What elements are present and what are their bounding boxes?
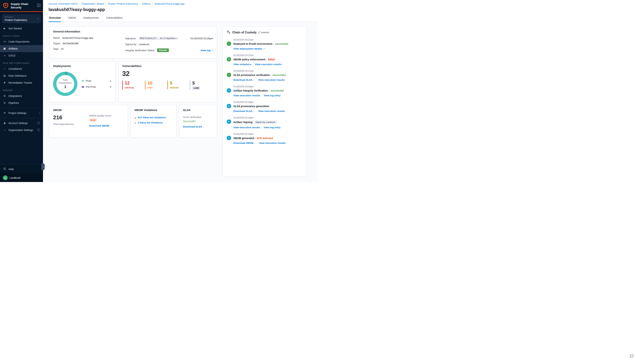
- breadcrumb-current[interactable]: lavakush07/easy-buggy-app: [154, 2, 184, 5]
- app-logo shield-icon: [3, 2, 9, 9]
- code-icon: </>: [3, 40, 6, 43]
- tab-deployments[interactable]: Deployments: [83, 14, 99, 22]
- event-timestamp: 01/16/2025 03:26pm: [233, 101, 285, 104]
- download-sbom-label: Download SBOM: [89, 124, 109, 127]
- download-slsa-link[interactable]: Download SLSA ↓: [233, 110, 255, 112]
- deny-list-violations-link[interactable]: 2 Deny list Violations: [138, 121, 163, 124]
- event-title: Artifact Integrity Verification -: [233, 89, 269, 92]
- sidebar-item-artifacts[interactable]: ▦ Artifacts: [0, 45, 43, 52]
- view-execution-results-link[interactable]: View execution results: [259, 142, 286, 144]
- event-status: successful: [271, 89, 284, 92]
- sidebar-item-pipelines[interactable]: ≣ Pipelines: [0, 100, 43, 106]
- download-slsa-link[interactable]: Download SLSA ↓: [233, 78, 255, 81]
- project-selector-text: PROJECT Product Exploratory: [5, 16, 37, 22]
- page-title: lavakush07/easy-buggy-app: [49, 7, 312, 12]
- sidebar-item-remediation-tracker[interactable]: ✚ Remediation Tracker: [0, 79, 43, 86]
- app-switcher-icon[interactable]: [37, 2, 40, 7]
- chain-of-custody-card: Chain of Custody (7 events) → 01/16/2025…: [223, 26, 307, 177]
- view-execution-results-link[interactable]: View execution results: [258, 110, 285, 112]
- sidebar-item-account-settings[interactable]: ◉ Account Settings i: [0, 120, 43, 126]
- view-execution-results-link[interactable]: View execution results: [233, 94, 260, 97]
- sidebar-item-rule-definitions[interactable]: ▤ Rule Definitions: [0, 72, 43, 79]
- custody-event-artifact-signing: ✎ 01/16/2025 03:26pm Artifact Signing Si…: [227, 116, 303, 129]
- sidebar-item-label: Pipelines: [9, 102, 19, 104]
- sidebar-item-code-repositories[interactable]: </> Code Repositories: [0, 38, 43, 45]
- user-menu[interactable]: L Lavakush: [0, 174, 43, 182]
- digest-label: Digest:: [53, 42, 61, 45]
- high-label: HIGH: [147, 86, 157, 89]
- signed-by-label: Signed by:: [125, 43, 137, 46]
- view-log-link[interactable]: View log ↗: [200, 49, 213, 52]
- sidebar-item-compliance[interactable]: ✓ Compliance: [0, 65, 43, 72]
- severity-critical: 12 CRITICAL: [122, 80, 135, 90]
- slsa-verification-label: SLSA Verification: [183, 116, 213, 118]
- view-execution-results-link[interactable]: View execution results: [255, 63, 282, 66]
- view-violations-link[interactable]: View violations: [233, 63, 251, 66]
- deployments-card: Deployments Total Deployments 1: [49, 61, 116, 102]
- external-link-icon: ↗: [263, 48, 265, 50]
- integrity-verify-step-icon: ⊙: [227, 88, 231, 93]
- sidebar-collapse-handle[interactable]: ‹: [41, 163, 45, 170]
- signing-step-icon: ✎: [227, 120, 231, 124]
- sidebar-item-project-settings[interactable]: ⚙ Project Settings ›: [0, 110, 43, 116]
- custody-event-sbom-policy: ≡ 01/16/2025 03:27pm SBOM policy enforce…: [227, 54, 303, 66]
- chevron-right-icon: ›: [152, 2, 153, 5]
- sidebar-section-supply-chain: SUPPLY CHAIN: [0, 32, 43, 38]
- signature-value: MEQCICde2VjIT...bL+2+mqnOXw==: [138, 36, 178, 40]
- general-information-card: General Information Name: lavakush07/eas…: [49, 26, 217, 58]
- project-selector[interactable]: PROJECT Product Exploratory ›: [2, 14, 41, 23]
- sidebar-item-integrations[interactable]: ⊞ Integrations: [0, 92, 43, 100]
- allow-list-violations-link[interactable]: 637 Allow list Violations: [138, 116, 166, 119]
- chevron-right-icon: ›: [79, 2, 80, 5]
- sidebar-nav: ▶ Get Started SUPPLY CHAIN </> Code Repo…: [0, 24, 43, 164]
- link-label: Download SBOM: [233, 142, 253, 144]
- sbom-total: 216: [53, 114, 89, 120]
- critical-label: CRITICAL: [125, 86, 135, 89]
- warning-icon: ▲: [134, 122, 136, 124]
- sbom-violations-card: SBOM Violations ▲ 637 Allow list Violati…: [130, 105, 176, 138]
- event-timestamp: 01/16/2025 03:27pm: [233, 54, 282, 57]
- custody-event-integrity-verification: ⊙ 01/16/2025 03:26pm Artifact Integrity …: [227, 85, 303, 97]
- tab-vulnerabilities[interactable]: Vulnerabilities: [106, 14, 123, 22]
- sidebar-item-get-started[interactable]: ▶ Get Started: [0, 25, 43, 32]
- sidebar-item-label: CI/CD: [9, 54, 16, 57]
- card-title: SBOM Violations: [134, 108, 173, 112]
- legend-label: Pre Prod: [86, 86, 96, 88]
- sidebar-item-organization-settings[interactable]: ⌂ Organization Settings i: [0, 126, 43, 134]
- download-sbom-link[interactable]: Download SBOM ↓: [233, 142, 255, 144]
- breadcrumb-account[interactable]: Account: Automation-SSCA: [49, 2, 78, 5]
- custody-event-sbom-generated: ≡ 01/16/2025 03:25pm SBOM generated - dr…: [227, 133, 303, 144]
- sidebar-item-cicd[interactable]: ∞ CI/CD: [0, 52, 43, 59]
- organization-icon: ⌂: [3, 128, 6, 131]
- severity-high: 10 HIGH: [145, 80, 157, 90]
- view-execution-results-link[interactable]: View execution results: [258, 78, 285, 81]
- event-timestamp: 01/16/2025 03:27pm: [233, 38, 288, 41]
- download-slsa-link[interactable]: Download SLSA ↓: [183, 125, 204, 128]
- legend-label: Prod: [86, 80, 91, 82]
- rule-definitions-icon: ▤: [3, 74, 6, 77]
- slsa-card: SLSA SLSA Verification Successful Downlo…: [179, 105, 217, 138]
- breadcrumb-project[interactable]: Project: Product Exploratory: [108, 2, 138, 5]
- breadcrumb-organization[interactable]: Organization: default: [82, 2, 104, 5]
- view-log-entry-link[interactable]: View log entry: [264, 126, 280, 129]
- download-sbom-link[interactable]: Download SBOM ↓: [89, 124, 111, 127]
- signature-label: Signature:: [125, 37, 136, 40]
- overview-cards: General Information Name: lavakush07/eas…: [49, 26, 217, 182]
- view-execution-results-link[interactable]: View execution results: [233, 126, 260, 129]
- tab-overview[interactable]: Overview: [49, 14, 61, 22]
- info-icon: i: [37, 128, 40, 131]
- sidebar-item-label: Artifacts: [9, 47, 18, 50]
- view-log-entry-link[interactable]: View log entry: [264, 94, 280, 97]
- help-button[interactable]: Help: [0, 166, 43, 172]
- legend-value: 1: [110, 80, 111, 82]
- deployment-step-icon: →: [227, 42, 231, 46]
- sbom-step-icon: ≡: [227, 136, 231, 140]
- tab-sbom[interactable]: SBOM: [68, 14, 76, 22]
- breadcrumb-artifacts[interactable]: Artifacts: [142, 2, 150, 5]
- account-icon: ◉: [3, 122, 6, 124]
- app-root: Supply Chain Security PROJECT Product Ex…: [0, 0, 317, 182]
- event-title: SBOM generated -: [233, 137, 256, 140]
- view-deployment-details-link[interactable]: View deployment details ↗: [233, 47, 265, 50]
- severity-medium: 5 MEDIUM: [167, 80, 179, 90]
- event-timestamp: 01/16/2025 03:26pm: [233, 116, 281, 119]
